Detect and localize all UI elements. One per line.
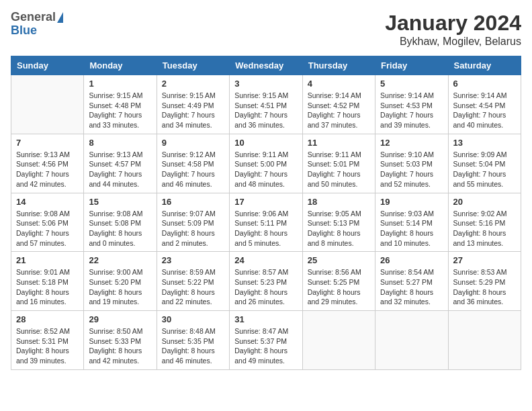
calendar-cell: 4Sunrise: 9:14 AMSunset: 4:52 PMDaylight… — [302, 75, 375, 134]
calendar-cell: 17Sunrise: 9:06 AMSunset: 5:11 PMDayligh… — [230, 193, 302, 252]
calendar-cell: 1Sunrise: 9:15 AMSunset: 4:48 PMDaylight… — [84, 75, 157, 134]
calendar-cell: 23Sunrise: 8:59 AMSunset: 5:22 PMDayligh… — [157, 252, 229, 311]
page-title: January 2024 — [385, 11, 521, 36]
date-number: 3 — [234, 79, 297, 89]
week-row-2: 7Sunrise: 9:13 AMSunset: 4:56 PMDaylight… — [11, 134, 521, 193]
cell-details: Sunrise: 8:50 AMSunset: 5:33 PMDaylight:… — [89, 326, 151, 366]
calendar-cell: 14Sunrise: 9:08 AMSunset: 5:06 PMDayligh… — [11, 193, 84, 252]
date-number: 17 — [234, 197, 297, 207]
calendar-cell: 27Sunrise: 8:53 AMSunset: 5:29 PMDayligh… — [448, 252, 521, 311]
calendar-cell: 11Sunrise: 9:11 AMSunset: 5:01 PMDayligh… — [302, 134, 375, 193]
day-header-tuesday: Tuesday — [157, 56, 229, 75]
logo-blue-text: Blue — [11, 24, 37, 37]
cell-details: Sunrise: 9:08 AMSunset: 5:06 PMDaylight:… — [16, 209, 79, 248]
date-number: 24 — [234, 255, 297, 265]
calendar-cell: 6Sunrise: 9:14 AMSunset: 4:54 PMDaylight… — [448, 75, 521, 134]
cell-details: Sunrise: 9:07 AMSunset: 5:09 PMDaylight:… — [162, 209, 224, 248]
calendar-cell: 9Sunrise: 9:12 AMSunset: 4:58 PMDaylight… — [157, 134, 229, 193]
day-header-monday: Monday — [84, 56, 157, 75]
date-number: 14 — [16, 197, 79, 207]
logo-general-text: General — [11, 11, 56, 24]
date-number: 18 — [308, 197, 370, 207]
cell-details: Sunrise: 9:13 AMSunset: 4:56 PMDaylight:… — [16, 150, 79, 189]
date-number: 31 — [234, 314, 297, 324]
calendar-table: SundayMondayTuesdayWednesdayThursdayFrid… — [11, 56, 521, 370]
date-number: 4 — [308, 79, 370, 89]
calendar-cell: 24Sunrise: 8:57 AMSunset: 5:23 PMDayligh… — [230, 252, 302, 311]
date-number: 29 — [89, 314, 151, 324]
cell-details: Sunrise: 9:06 AMSunset: 5:11 PMDaylight:… — [234, 209, 297, 248]
date-number: 25 — [308, 255, 370, 265]
calendar-cell — [448, 311, 521, 370]
calendar-cell: 2Sunrise: 9:15 AMSunset: 4:49 PMDaylight… — [157, 75, 229, 134]
cell-details: Sunrise: 9:00 AMSunset: 5:20 PMDaylight:… — [89, 267, 151, 307]
cell-details: Sunrise: 8:53 AMSunset: 5:29 PMDaylight:… — [453, 267, 516, 307]
calendar-cell: 21Sunrise: 9:01 AMSunset: 5:18 PMDayligh… — [11, 252, 84, 311]
calendar-cell: 28Sunrise: 8:52 AMSunset: 5:31 PMDayligh… — [11, 311, 84, 370]
day-header-wednesday: Wednesday — [230, 56, 302, 75]
cell-details: Sunrise: 9:14 AMSunset: 4:52 PMDaylight:… — [308, 91, 370, 130]
date-number: 23 — [162, 255, 224, 265]
header-row: SundayMondayTuesdayWednesdayThursdayFrid… — [11, 56, 521, 75]
cell-details: Sunrise: 8:59 AMSunset: 5:22 PMDaylight:… — [162, 267, 224, 307]
date-number: 8 — [89, 138, 151, 148]
cell-details: Sunrise: 9:12 AMSunset: 4:58 PMDaylight:… — [162, 150, 224, 189]
cell-details: Sunrise: 9:15 AMSunset: 4:51 PMDaylight:… — [234, 91, 297, 130]
week-row-3: 14Sunrise: 9:08 AMSunset: 5:06 PMDayligh… — [11, 193, 521, 252]
calendar-cell: 30Sunrise: 8:48 AMSunset: 5:35 PMDayligh… — [157, 311, 229, 370]
date-number: 16 — [162, 197, 224, 207]
date-number: 22 — [89, 255, 151, 265]
calendar-cell — [375, 311, 448, 370]
calendar-cell: 31Sunrise: 8:47 AMSunset: 5:37 PMDayligh… — [230, 311, 302, 370]
cell-details: Sunrise: 9:15 AMSunset: 4:49 PMDaylight:… — [162, 91, 224, 130]
cell-details: Sunrise: 9:13 AMSunset: 4:57 PMDaylight:… — [89, 150, 151, 189]
date-number: 19 — [380, 197, 443, 207]
day-header-sunday: Sunday — [11, 56, 84, 75]
cell-details: Sunrise: 9:05 AMSunset: 5:13 PMDaylight:… — [308, 209, 370, 248]
date-number: 6 — [453, 79, 516, 89]
calendar-cell: 18Sunrise: 9:05 AMSunset: 5:13 PMDayligh… — [302, 193, 375, 252]
calendar-cell: 22Sunrise: 9:00 AMSunset: 5:20 PMDayligh… — [84, 252, 157, 311]
page-subtitle: Bykhaw, Mogilev, Belarus — [385, 36, 521, 48]
calendar-cell: 15Sunrise: 9:08 AMSunset: 5:08 PMDayligh… — [84, 193, 157, 252]
calendar-cell: 5Sunrise: 9:14 AMSunset: 4:53 PMDaylight… — [375, 75, 448, 134]
cell-details: Sunrise: 8:52 AMSunset: 5:31 PMDaylight:… — [16, 326, 79, 366]
logo-arrow-icon — [57, 12, 63, 23]
week-row-5: 28Sunrise: 8:52 AMSunset: 5:31 PMDayligh… — [11, 311, 521, 370]
cell-details: Sunrise: 8:47 AMSunset: 5:37 PMDaylight:… — [234, 326, 297, 366]
title-section: January 2024 Bykhaw, Mogilev, Belarus — [385, 11, 521, 48]
date-number: 7 — [16, 138, 79, 148]
cell-details: Sunrise: 9:15 AMSunset: 4:48 PMDaylight:… — [89, 91, 151, 130]
calendar-cell: 13Sunrise: 9:09 AMSunset: 5:04 PMDayligh… — [448, 134, 521, 193]
cell-details: Sunrise: 9:01 AMSunset: 5:18 PMDaylight:… — [16, 267, 79, 307]
calendar-cell: 29Sunrise: 8:50 AMSunset: 5:33 PMDayligh… — [84, 311, 157, 370]
date-number: 21 — [16, 255, 79, 265]
day-header-saturday: Saturday — [448, 56, 521, 75]
cell-details: Sunrise: 9:02 AMSunset: 5:16 PMDaylight:… — [453, 209, 516, 248]
calendar-cell: 10Sunrise: 9:11 AMSunset: 5:00 PMDayligh… — [230, 134, 302, 193]
date-number: 20 — [453, 197, 516, 207]
date-number: 9 — [162, 138, 224, 148]
calendar-cell: 7Sunrise: 9:13 AMSunset: 4:56 PMDaylight… — [11, 134, 84, 193]
cell-details: Sunrise: 9:09 AMSunset: 5:04 PMDaylight:… — [453, 150, 516, 189]
date-number: 27 — [453, 255, 516, 265]
cell-details: Sunrise: 8:56 AMSunset: 5:25 PMDaylight:… — [308, 267, 370, 307]
date-number: 12 — [380, 138, 443, 148]
date-number: 30 — [162, 314, 224, 324]
calendar-cell: 3Sunrise: 9:15 AMSunset: 4:51 PMDaylight… — [230, 75, 302, 134]
logo: General Blue — [11, 11, 64, 38]
date-number: 28 — [16, 314, 79, 324]
calendar-cell — [302, 311, 375, 370]
cell-details: Sunrise: 9:14 AMSunset: 4:54 PMDaylight:… — [453, 91, 516, 130]
calendar-cell: 25Sunrise: 8:56 AMSunset: 5:25 PMDayligh… — [302, 252, 375, 311]
cell-details: Sunrise: 9:08 AMSunset: 5:08 PMDaylight:… — [89, 209, 151, 248]
cell-details: Sunrise: 9:03 AMSunset: 5:14 PMDaylight:… — [380, 209, 443, 248]
calendar-cell: 16Sunrise: 9:07 AMSunset: 5:09 PMDayligh… — [157, 193, 229, 252]
calendar-cell — [11, 75, 84, 134]
calendar-cell: 19Sunrise: 9:03 AMSunset: 5:14 PMDayligh… — [375, 193, 448, 252]
day-header-thursday: Thursday — [302, 56, 375, 75]
cell-details: Sunrise: 9:11 AMSunset: 5:00 PMDaylight:… — [234, 150, 297, 189]
date-number: 1 — [89, 79, 151, 89]
cell-details: Sunrise: 8:48 AMSunset: 5:35 PMDaylight:… — [162, 326, 224, 366]
calendar-cell: 20Sunrise: 9:02 AMSunset: 5:16 PMDayligh… — [448, 193, 521, 252]
